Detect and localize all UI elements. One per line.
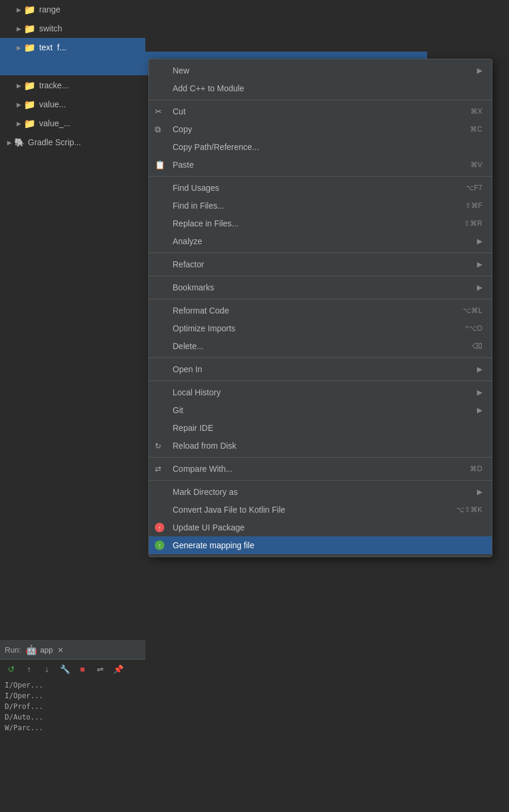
submenu-arrow-icon: ▶ <box>477 283 482 292</box>
chevron-icon: ▶ <box>17 82 21 89</box>
menu-item-replace-in-files[interactable]: Replace in Files... ⇧⌘R <box>149 215 492 232</box>
submenu-arrow-icon: ▶ <box>477 388 482 397</box>
cut-shortcut: ⌘X <box>470 107 482 116</box>
menu-item-generate-mapping[interactable]: ↑ Generate mapping file <box>149 536 492 554</box>
menu-item-label: Refactor <box>173 260 204 269</box>
menu-item-find-in-files[interactable]: Find in Files... ⇧⌘F <box>149 197 492 215</box>
menu-item-label: Add C++ to Module <box>173 84 244 93</box>
menu-item-local-history[interactable]: Local History ▶ <box>149 383 492 401</box>
submenu-arrow-icon: ▶ <box>477 488 482 496</box>
menu-item-label: Open In <box>173 365 202 374</box>
app-name: app <box>40 645 53 654</box>
separator-5 <box>149 299 492 299</box>
menu-item-bookmarks[interactable]: Bookmarks ▶ <box>149 279 492 296</box>
menu-item-label: Copy <box>173 124 192 134</box>
menu-item-find-usages[interactable]: Find Usages ⌥F7 <box>149 179 492 197</box>
menu-item-label: Cut <box>173 107 186 116</box>
menu-item-delete[interactable]: Delete... ⌫ <box>149 337 492 355</box>
run-panel: Run: 🤖 app ✕ ↺ ↑ ↓ 🔧 ■ ⇌ 📌 I/Oper... I/O… <box>0 640 145 812</box>
compare-with-shortcut: ⌘D <box>470 465 482 473</box>
log-line-3: D/Prof... <box>5 701 141 712</box>
log-line-2: I/Oper... <box>5 690 141 701</box>
menu-item-label: Reload from Disk <box>173 441 236 450</box>
menu-item-label: Copy Path/Reference... <box>173 142 259 152</box>
menu-item-repair-ide[interactable]: Repair IDE <box>149 419 492 437</box>
menu-item-label: Optimize Imports <box>173 324 236 333</box>
folder-icon: 📁 <box>24 23 36 34</box>
replace-in-files-shortcut: ⇧⌘R <box>464 219 482 228</box>
menu-item-label: Paste <box>173 160 194 170</box>
submenu-arrow-icon: ▶ <box>477 66 482 75</box>
scroll-up-button[interactable]: ↑ <box>23 663 36 676</box>
menu-item-reformat-code[interactable]: Reformat Code ⌥⌘L <box>149 302 492 319</box>
stop-button[interactable]: ■ <box>76 663 89 676</box>
tree-item-label: switch <box>39 24 62 33</box>
folder-icon: 📁 <box>24 118 36 129</box>
separator-7 <box>149 381 492 381</box>
submenu-arrow-icon: ▶ <box>477 237 482 245</box>
menu-item-reload-from-disk[interactable]: ↻ Reload from Disk <box>149 437 492 455</box>
tree-item-tracker2[interactable]: ▶ 📁 tracke... <box>0 76 145 95</box>
menu-item-open-in[interactable]: Open In ▶ <box>149 360 492 378</box>
separator-4 <box>149 276 492 276</box>
tree-item-gradle[interactable]: ▶ 🐘 Gradle Scrip... <box>0 133 145 152</box>
tree-item-switch[interactable]: ▶ 📁 switch <box>0 19 145 38</box>
menu-item-cut[interactable]: ✂ Cut ⌘X <box>149 103 492 120</box>
tree-item-value2[interactable]: ▶ 📁 value_... <box>0 114 145 133</box>
restart-button[interactable]: ↺ <box>5 663 18 676</box>
toggle-wrap-button[interactable]: ⇌ <box>94 663 107 676</box>
menu-item-label: Replace in Files... <box>173 219 238 228</box>
menu-item-analyze[interactable]: Analyze ▶ <box>149 232 492 250</box>
menu-item-compare-with[interactable]: ⇄ Compare With... ⌘D <box>149 460 492 478</box>
log-output: I/Oper... I/Oper... D/Prof... D/Auto... … <box>0 679 145 734</box>
tree-item-range[interactable]: ▶ 📁 range <box>0 0 145 19</box>
menu-item-label: Reformat Code <box>173 306 229 315</box>
close-run-button[interactable]: ✕ <box>58 646 63 654</box>
scroll-down-button[interactable]: ↓ <box>40 663 53 676</box>
folder-icon: 📁 <box>24 80 36 91</box>
menu-item-mark-directory-as[interactable]: Mark Directory as ▶ <box>149 483 492 501</box>
menu-item-optimize-imports[interactable]: Optimize Imports ^⌥O <box>149 319 492 337</box>
reload-icon: ↻ <box>155 442 161 450</box>
menu-item-label: Generate mapping file <box>173 541 254 550</box>
log-line-1: I/Oper... <box>5 680 141 690</box>
menu-item-label: New <box>173 66 189 75</box>
menu-item-copy[interactable]: ⧉ Copy ⌘C <box>149 120 492 138</box>
chevron-icon: ▶ <box>17 44 21 51</box>
separator-8 <box>149 457 492 458</box>
menu-item-new[interactable]: New ▶ <box>149 62 492 79</box>
settings-button[interactable]: 🔧 <box>58 663 71 676</box>
tree-item-label: Gradle Scrip... <box>28 138 81 147</box>
menu-item-refactor[interactable]: Refactor ▶ <box>149 255 492 273</box>
menu-item-label: Find Usages <box>173 183 219 193</box>
menu-item-label: Update UI Package <box>173 523 244 532</box>
submenu-arrow-icon: ▶ <box>477 365 482 373</box>
menu-item-paste[interactable]: 📋 Paste ⌘V <box>149 156 492 174</box>
copy-shortcut: ⌘C <box>470 125 482 133</box>
menu-item-convert-java[interactable]: Convert Java File to Kotlin File ⌥⇧⌘K <box>149 501 492 519</box>
cut-icon: ✂ <box>155 107 162 116</box>
tree-item-value1[interactable]: ▶ 📁 value... <box>0 95 145 114</box>
menu-item-label: Compare With... <box>173 464 233 474</box>
menu-item-update-ui[interactable]: ↑ Update UI Package <box>149 519 492 536</box>
log-line-4: D/Auto... <box>5 712 141 723</box>
separator-3 <box>149 252 492 253</box>
plugin-green-icon: ↑ <box>155 541 164 550</box>
tree-item-label: tracke... <box>39 81 69 90</box>
separator-6 <box>149 357 492 358</box>
folder-icon: 📁 <box>24 99 36 110</box>
delete-shortcut: ⌫ <box>472 342 482 350</box>
menu-item-add-cpp[interactable]: Add C++ to Module <box>149 79 492 97</box>
log-line-5: W/Parc... <box>5 723 141 733</box>
pin-button[interactable]: 📌 <box>112 663 125 676</box>
run-bar: Run: 🤖 app ✕ <box>0 641 145 660</box>
tree-item-label: value_... <box>39 119 71 128</box>
chevron-icon: ▶ <box>17 7 21 13</box>
chevron-icon: ▶ <box>17 101 21 108</box>
tree-item-label: range <box>39 5 61 14</box>
tree-item-label: text_f... <box>39 43 66 52</box>
menu-item-git[interactable]: Git ▶ <box>149 401 492 419</box>
submenu-arrow-icon: ▶ <box>477 406 482 414</box>
convert-java-shortcut: ⌥⇧⌘K <box>456 506 482 514</box>
menu-item-copy-path[interactable]: Copy Path/Reference... <box>149 138 492 156</box>
